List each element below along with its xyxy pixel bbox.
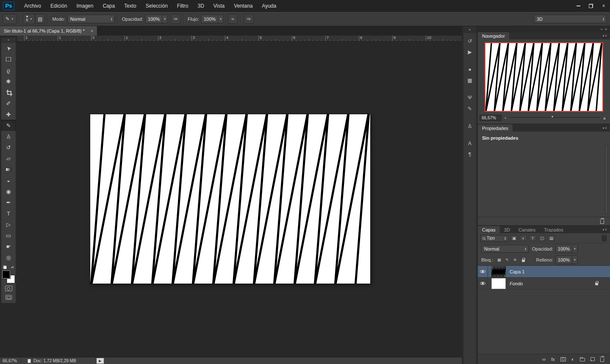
expand-icon-dock-button[interactable]: « xyxy=(463,26,476,33)
layer-opacity-input[interactable]: 100% ▼ xyxy=(555,245,578,253)
swap-colors-icon[interactable]: ⇄ xyxy=(11,265,14,269)
document-canvas[interactable] xyxy=(90,114,370,284)
default-colors-icon[interactable] xyxy=(3,265,7,269)
history-brush-tool[interactable]: ↺ xyxy=(1,142,16,153)
flow-input[interactable]: 100% ▼ xyxy=(201,15,224,23)
tab-close-icon[interactable]: × xyxy=(91,28,93,33)
workspace-select[interactable]: 3D ▲▼ xyxy=(534,15,607,23)
panel-menu-icon[interactable]: ▼≡ xyxy=(602,124,607,132)
lock-position-button[interactable]: ✛ xyxy=(512,257,518,263)
layer-thumbnail[interactable] xyxy=(491,266,506,277)
close-button[interactable]: × xyxy=(597,0,610,11)
opacity-input[interactable]: 100% ▼ xyxy=(145,15,168,23)
filter-toggle-switch[interactable] xyxy=(602,235,607,241)
quick-mask-button[interactable] xyxy=(5,286,12,291)
zoom-slider-thumb[interactable]: ▲ xyxy=(551,115,554,118)
layer-filter-select[interactable]: Tipo ▲▼ xyxy=(480,235,508,242)
quick-selection-tool[interactable]: ✱ xyxy=(1,76,16,87)
rectangular-marquee-tool[interactable] xyxy=(1,54,16,65)
status-zoom-field[interactable]: 66,67% xyxy=(0,358,19,363)
lock-all-button[interactable] xyxy=(520,257,527,263)
caret-down-icon[interactable]: ▼ xyxy=(572,256,577,264)
navigator-proxy-view[interactable] xyxy=(485,42,603,112)
shape-tool[interactable]: ▭ xyxy=(1,230,16,241)
menu-3d[interactable]: 3D xyxy=(193,0,208,11)
delete-icon[interactable] xyxy=(600,220,604,224)
tab-canales[interactable]: Canales xyxy=(514,226,540,233)
layer-name[interactable]: Capa 1 xyxy=(510,269,524,274)
toggle-brush-panel-button[interactable]: ▤ xyxy=(35,14,45,24)
type-tool[interactable]: T xyxy=(1,208,16,219)
tab-trazados[interactable]: Trazados xyxy=(540,226,567,233)
menu-seleccion[interactable]: Selección xyxy=(141,0,172,11)
delete-layer-button[interactable] xyxy=(600,357,604,362)
scrollbar[interactable] xyxy=(605,145,608,214)
menu-ventana[interactable]: Ventana xyxy=(229,0,257,11)
link-layers-button[interactable]: ∞ xyxy=(542,356,546,362)
caret-down-icon[interactable]: ▼ xyxy=(162,15,167,23)
visibility-toggle[interactable] xyxy=(478,278,488,289)
toolbar-collapse-icon[interactable]: » xyxy=(1,38,16,43)
brush-presets-panel-icon[interactable]: ✎ xyxy=(463,103,476,114)
lights-panel-icon[interactable]: Ψ xyxy=(463,92,476,103)
restore-button[interactable] xyxy=(585,0,597,11)
navigator-tab[interactable]: Navegador xyxy=(478,32,509,39)
pressure-size-button[interactable]: ✑ xyxy=(244,14,254,24)
paragraph-panel-icon[interactable]: ¶ xyxy=(463,149,476,160)
healing-brush-tool[interactable]: ✚ xyxy=(1,109,16,120)
crop-tool[interactable] xyxy=(1,87,16,98)
3d-panel-icon[interactable]: ● xyxy=(463,64,476,75)
filter-adjustment-layers-button[interactable]: ◐ xyxy=(520,235,527,241)
gradient-tool[interactable] xyxy=(1,164,16,175)
layer-comps-panel-icon[interactable]: ▦ xyxy=(463,75,476,86)
brush-tool[interactable]: ✎ xyxy=(1,120,16,131)
clone-source-panel-icon[interactable]: ♙ xyxy=(463,121,476,132)
layer-thumbnail[interactable] xyxy=(491,278,506,289)
properties-tab[interactable]: Propiedades xyxy=(478,124,513,132)
panel-menu-icon[interactable]: ▼≡ xyxy=(602,226,607,233)
horizontal-ruler[interactable]: 21012345678910 xyxy=(17,36,462,41)
filter-type-layers-button[interactable]: T xyxy=(529,235,536,241)
clone-stamp-tool[interactable]: ♙ xyxy=(1,131,16,142)
blur-tool[interactable]: ◒ xyxy=(1,175,16,186)
fill-input[interactable]: 100% ▼ xyxy=(555,256,578,264)
blend-mode-select[interactable]: Normal ▲▼ xyxy=(67,15,115,23)
menu-edicion[interactable]: Edición xyxy=(46,0,72,11)
minimize-button[interactable] xyxy=(572,0,585,11)
menu-archivo[interactable]: Archivo xyxy=(19,0,46,11)
filter-pixel-layers-button[interactable]: ▣ xyxy=(510,235,518,241)
caret-down-icon[interactable]: ▼ xyxy=(218,15,223,23)
lock-pixels-button[interactable]: ✎ xyxy=(504,257,510,263)
navigator-zoom-field[interactable]: 66,67% xyxy=(480,115,502,121)
pressure-opacity-button[interactable]: ✑ xyxy=(171,14,180,24)
eraser-tool[interactable]: ▱ xyxy=(1,153,16,164)
pen-tool[interactable]: ✒ xyxy=(1,197,16,208)
menu-capa[interactable]: Capa xyxy=(98,0,119,11)
visibility-toggle[interactable] xyxy=(478,266,488,277)
actions-panel-icon[interactable]: ▶ xyxy=(463,47,476,58)
eyedropper-tool[interactable]: ✐ xyxy=(1,98,16,109)
hand-tool[interactable]: ☛ xyxy=(1,241,16,252)
menu-filtro[interactable]: Filtro xyxy=(172,0,193,11)
layer-blend-mode-select[interactable]: Normal ▲▼ xyxy=(481,245,529,253)
status-options-button[interactable]: ▶ xyxy=(97,358,104,364)
menu-ayuda[interactable]: Ayuda xyxy=(257,0,281,11)
zoom-out-icon[interactable]: ▲ xyxy=(504,116,507,119)
lock-transparency-button[interactable]: ▦ xyxy=(496,257,502,263)
airbrush-button[interactable]: ≈ xyxy=(228,14,238,24)
new-group-button[interactable] xyxy=(580,357,585,361)
document-tab[interactable]: Sin título-1 al 66,7% (Capa 1, RGB/8) * … xyxy=(0,26,97,36)
navigator-zoom-slider[interactable]: ▲ ▲ ▲ xyxy=(504,116,607,120)
layer-name[interactable]: Fondo xyxy=(510,281,523,286)
layer-row-capa1[interactable]: Capa 1 xyxy=(478,266,610,278)
filter-shape-layers-button[interactable]: ▢ xyxy=(538,235,546,241)
new-layer-button[interactable] xyxy=(591,357,595,361)
character-panel-icon[interactable]: A xyxy=(463,138,476,149)
brush-size-picker[interactable]: 6 ▼ xyxy=(23,14,35,24)
panel-menu-icon[interactable]: ▼≡ xyxy=(602,32,607,39)
caret-down-icon[interactable]: ▼ xyxy=(572,245,577,253)
menu-vista[interactable]: Vista xyxy=(209,0,229,11)
screen-mode-button[interactable] xyxy=(6,295,12,300)
path-selection-tool[interactable]: ▷ xyxy=(1,219,16,230)
menu-texto[interactable]: Texto xyxy=(119,0,141,11)
